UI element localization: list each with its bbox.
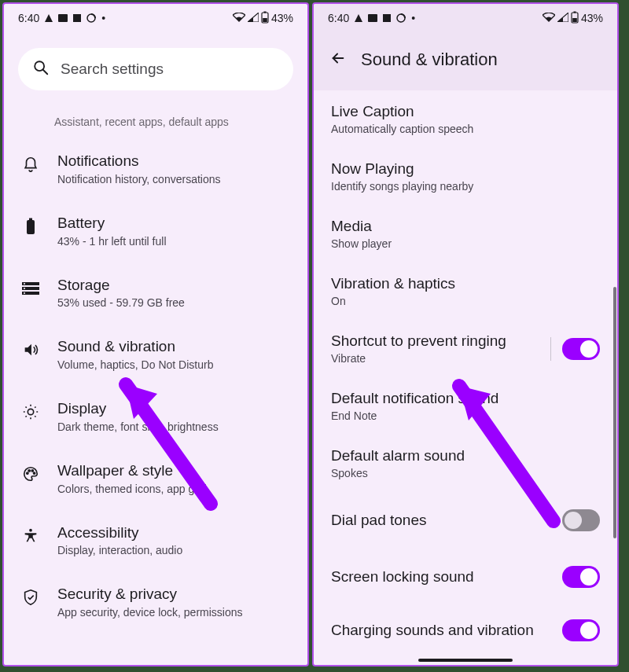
status-app-icon (45, 14, 53, 22)
item-subtitle: Colors, themed icons, app grid (57, 483, 290, 495)
svg-point-18 (28, 470, 30, 472)
divider (550, 337, 551, 361)
status-app-icon (368, 14, 377, 22)
item-subtitle: Identify songs playing nearby (331, 180, 600, 193)
brightness-icon (21, 401, 40, 423)
settings-list[interactable]: Notifications Notification history, conv… (4, 128, 307, 665)
settings-item-wallpaper[interactable]: Wallpaper & style Colors, themed icons, … (4, 447, 307, 509)
status-bar: 6:40 • 43% (4, 4, 307, 32)
gesture-bar (418, 659, 513, 662)
settings-item-display[interactable]: Display Dark theme, font size, brightnes… (4, 385, 307, 447)
shield-icon (21, 586, 40, 608)
volume-icon (21, 339, 40, 361)
item-subtitle: App security, device lock, permissions (57, 606, 290, 619)
item-title: Accessibility (57, 523, 290, 542)
item-subtitle: Dark theme, font size, brightness (57, 420, 290, 433)
battery-icon (261, 11, 269, 26)
item-title: Wallpaper & style (57, 461, 290, 480)
wifi-icon (543, 12, 555, 24)
setting-charging-sounds[interactable]: Charging sounds and vibration (314, 605, 617, 646)
back-button[interactable] (329, 50, 347, 70)
item-title: Storage (57, 276, 290, 295)
item-title: Notifications (57, 152, 290, 171)
item-subtitle: 53% used - 59.79 GB free (57, 296, 290, 309)
setting-dial-pad-tones[interactable]: Dial pad tones (314, 492, 617, 549)
item-subtitle: End Note (331, 409, 600, 422)
setting-media[interactable]: Media Show player (314, 205, 617, 263)
status-bar: 6:40 • 43% (314, 4, 617, 32)
item-subtitle: Show player (331, 237, 600, 250)
svg-rect-8 (27, 220, 35, 234)
palette-icon (21, 463, 40, 485)
svg-rect-27 (573, 11, 576, 13)
setting-screen-locking-sound[interactable]: Screen locking sound (314, 549, 617, 605)
battery-percent: 43% (271, 12, 293, 24)
status-app-icon (86, 13, 96, 23)
status-app-icon (58, 14, 68, 22)
item-title: Charging sounds and vibration (331, 622, 551, 639)
item-title: Default notification sound (331, 390, 600, 407)
search-placeholder: Search settings (61, 61, 164, 78)
settings-item-security[interactable]: Security & privacy App security, device … (4, 571, 307, 633)
status-app-icon (355, 14, 362, 22)
svg-point-17 (27, 472, 28, 474)
toggle-switch[interactable] (562, 338, 600, 360)
status-app-icon (383, 14, 391, 22)
setting-vibration-haptics[interactable]: Vibration & haptics On (314, 263, 617, 320)
toggle-switch[interactable] (562, 619, 600, 641)
wifi-icon (233, 12, 245, 24)
item-title: Screen locking sound (331, 568, 551, 586)
svg-line-7 (43, 70, 48, 75)
item-subtitle: On (331, 295, 600, 307)
svg-rect-9 (29, 218, 32, 220)
settings-item-accessibility[interactable]: Accessibility Display, interaction, audi… (4, 509, 307, 571)
svg-point-20 (33, 472, 35, 474)
svg-rect-0 (58, 14, 68, 22)
toggle-switch[interactable] (562, 509, 600, 531)
page-header: Sound & vibration (314, 32, 617, 90)
bell-icon (21, 153, 40, 175)
search-settings[interactable]: Search settings (18, 48, 293, 90)
status-time: 6:40 (328, 12, 349, 24)
left-screenshot: 6:40 • 43% Search settings Assistant, re… (2, 2, 309, 666)
svg-rect-1 (73, 14, 81, 22)
item-title: Dial pad tones (331, 512, 551, 529)
sound-settings-list[interactable]: Live Caption Automatically caption speec… (314, 90, 617, 665)
storage-icon (21, 277, 40, 299)
search-icon (32, 59, 50, 79)
svg-point-15 (24, 292, 25, 294)
setting-live-caption[interactable]: Live Caption Automatically caption speec… (314, 90, 617, 148)
status-dot-icon: • (411, 12, 415, 24)
settings-item-notifications[interactable]: Notifications Notification history, conv… (4, 138, 307, 200)
accessibility-icon (21, 525, 40, 547)
setting-default-alarm-sound[interactable]: Default alarm sound Spokes (314, 435, 617, 492)
svg-point-13 (24, 283, 25, 285)
svg-point-16 (28, 409, 33, 414)
item-subtitle: 43% - 1 hr left until full (57, 235, 290, 248)
item-subtitle: Vibrate (331, 352, 539, 365)
setting-shortcut-prevent-ringing[interactable]: Shortcut to prevent ringing Vibrate (314, 320, 617, 377)
item-subtitle: Automatically caption speech (331, 123, 600, 135)
item-subtitle: Volume, haptics, Do Not Disturb (57, 358, 290, 371)
battery-icon (571, 11, 579, 26)
settings-item-storage[interactable]: Storage 53% used - 59.79 GB free (4, 262, 307, 324)
item-title: Shortcut to prevent ringing (331, 332, 539, 350)
toggle-switch[interactable] (562, 566, 600, 588)
setting-default-notification-sound[interactable]: Default notification sound End Note (314, 377, 617, 435)
status-time: 6:40 (18, 12, 39, 24)
item-title: Security & privacy (57, 585, 290, 604)
settings-item-sound-vibration[interactable]: Sound & vibration Volume, haptics, Do No… (4, 323, 307, 385)
setting-now-playing[interactable]: Now Playing Identify songs playing nearb… (314, 148, 617, 205)
item-title: Now Playing (331, 160, 600, 178)
svg-point-14 (24, 288, 25, 289)
settings-item-battery[interactable]: Battery 43% - 1 hr left until full (4, 200, 307, 262)
page-title: Sound & vibration (361, 50, 498, 70)
item-title: Vibration & haptics (331, 275, 600, 292)
battery-icon (21, 215, 40, 237)
item-title: Live Caption (331, 103, 600, 120)
signal-icon (248, 12, 259, 24)
scrollbar[interactable] (613, 287, 616, 538)
item-title: Display (57, 399, 290, 418)
item-title: Default alarm sound (331, 447, 600, 465)
item-subtitle: Notification history, conversations (57, 173, 290, 185)
